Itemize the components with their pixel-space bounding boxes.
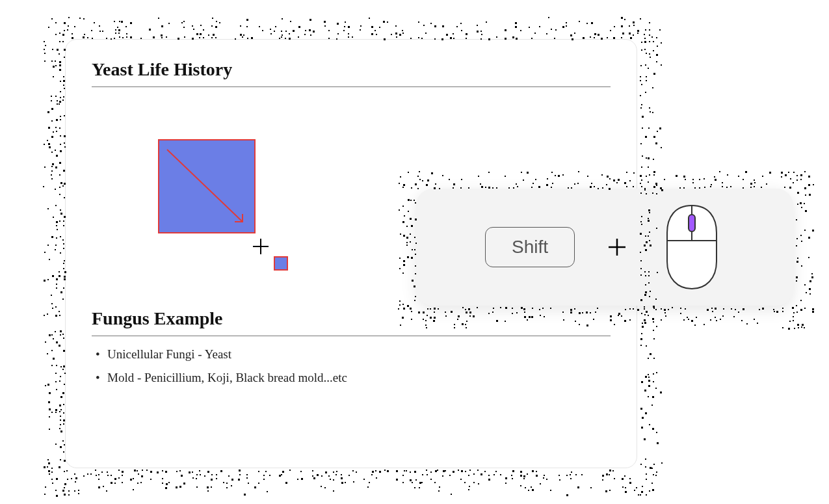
plus-icon [607,237,627,257]
rectangle-shape-large[interactable] [158,139,256,233]
list-item: Unicellular Fungi - Yeast [94,345,611,364]
shortcut-tooltip: Shift [416,189,793,306]
mouse-icon [659,202,724,293]
section-rule [92,336,611,336]
doc-title: Yeast Life History [92,59,611,86]
list-item: Mold - Penicillium, Koji, Black bread mo… [94,369,611,387]
svg-rect-5 [689,215,695,232]
rectangle-shape-small[interactable] [274,256,288,271]
section-title: Fungus Example [92,308,611,336]
shift-key-label: Shift [485,227,575,267]
title-rule [92,86,611,87]
crosshair-cursor-icon [253,239,269,254]
bullet-list: Unicellular Fungi - Yeast Mold - Penicil… [92,345,611,386]
